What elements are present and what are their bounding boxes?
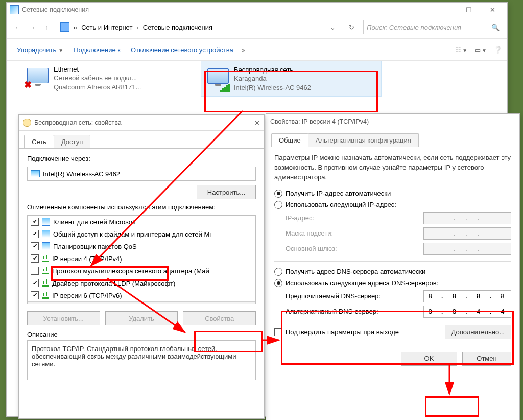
maximize-button[interactable]: ☐ xyxy=(457,3,481,17)
component-item[interactable]: Протокол мультиплексора сетевого адаптер… xyxy=(28,265,255,277)
tab-network[interactable]: Сеть xyxy=(24,135,54,148)
protocol-icon xyxy=(42,292,49,299)
component-label: Планировщик пакетов QoS xyxy=(53,243,137,250)
connection-ethernet[interactable]: ✖ Ethernet Сетевой кабель не подкл... Qu… xyxy=(21,61,201,96)
titlebar: Сетевые подключения — ☐ ✕ xyxy=(7,3,507,17)
connection-status: Сетевой кабель не подкл... xyxy=(54,74,141,83)
protocol-icon xyxy=(42,280,49,287)
properties-button[interactable]: Свойства xyxy=(183,311,256,325)
description-label: Описание xyxy=(27,331,256,338)
adapter-icon xyxy=(31,170,40,177)
search-placeholder: Поиск: Сетевые подключения xyxy=(367,24,461,31)
connection-name: Ethernet xyxy=(54,65,141,74)
adapter-name: Intel(R) Wireless-AC 9462 xyxy=(43,170,120,178)
disable-device-menu[interactable]: Отключение сетевого устройства xyxy=(126,42,239,58)
dns2-label: Альтернативный DNS-сервер: xyxy=(286,308,388,315)
components-list[interactable]: Клиент для сетей MicrosoftОбщий доступ к… xyxy=(27,215,256,304)
connection-adapter: Qualcomm Atheros AR8171... xyxy=(54,83,141,92)
checkbox-icon[interactable] xyxy=(31,267,39,275)
validate-checkbox[interactable]: Подтвердить параметры при выходе Дополни… xyxy=(274,325,511,339)
ipv4-properties-dialog: Свойства: IP версии 4 (TCP/IPv4) Общие А… xyxy=(266,113,520,420)
view-icons-button[interactable]: ☷▼ xyxy=(455,46,467,54)
checkbox-icon[interactable] xyxy=(31,291,39,299)
minimize-button[interactable]: — xyxy=(434,3,457,17)
search-input[interactable]: Поиск: Сетевые подключения 🔍 xyxy=(363,20,503,34)
checkbox-icon[interactable] xyxy=(31,230,39,238)
crumb-root[interactable]: « xyxy=(72,24,79,31)
install-button[interactable]: Установить... xyxy=(27,311,100,325)
gateway-label: Основной шлюз: xyxy=(286,245,388,252)
connection-status: Karaganda xyxy=(234,74,311,83)
service-icon xyxy=(42,242,50,250)
checkbox-icon xyxy=(274,328,282,336)
close-button[interactable]: ✕ xyxy=(481,3,504,17)
protocol-icon xyxy=(42,255,49,262)
component-item[interactable]: Общий доступ к файлам и принтерам для се… xyxy=(28,228,255,240)
crumb-connections[interactable]: Сетевые подключения xyxy=(141,24,215,31)
refresh-button[interactable]: ↻ xyxy=(344,20,359,34)
dialog-title: Свойства: IP версии 4 (TCP/IPv4) xyxy=(270,118,369,125)
disconnected-icon: ✖ xyxy=(24,79,32,90)
help-button[interactable]: ❔ xyxy=(494,46,502,54)
subnet-mask-input: . . . xyxy=(423,227,511,240)
component-item[interactable]: Драйвер протокола LLDP (Майкрософт) xyxy=(28,277,255,289)
checkbox-icon[interactable] xyxy=(31,254,39,263)
connect-to-menu[interactable]: Подключение к xyxy=(68,42,126,58)
protocol-icon xyxy=(42,268,49,274)
subnet-mask-label: Маска подсети: xyxy=(286,229,388,237)
window-title: Сетевые подключения xyxy=(22,6,89,13)
service-icon xyxy=(42,230,50,238)
horizontal-scrollbar[interactable]: ‹› xyxy=(28,301,255,304)
preview-pane-button[interactable]: ▭▼ xyxy=(474,46,487,54)
separator xyxy=(274,261,511,262)
dialog-title: Беспроводная сеть: свойства xyxy=(34,119,122,126)
component-item[interactable]: IP версии 6 (TCP/IPv6) xyxy=(28,289,255,301)
cancel-button[interactable]: Отмен xyxy=(462,352,511,366)
radio-auto-dns[interactable]: Получить адрес DNS-сервера автоматически xyxy=(274,268,511,276)
address-row: ← → ↑ « Сеть и Интернет › Сетевые подклю… xyxy=(7,17,507,39)
close-button[interactable]: ✕ xyxy=(254,119,260,127)
component-label: Протокол мультиплексора сетевого адаптер… xyxy=(52,267,209,275)
back-button[interactable]: ← xyxy=(11,20,25,34)
radio-icon xyxy=(274,190,282,198)
adapter-properties-dialog: Беспроводная сеть: свойства ✕ Сеть Досту… xyxy=(18,114,265,419)
connection-adapter: Intel(R) Wireless-AC 9462 xyxy=(234,83,311,92)
checkbox-icon[interactable] xyxy=(31,218,39,226)
ok-button[interactable]: OK xyxy=(401,352,457,366)
chevron-down-icon[interactable]: ⌄ xyxy=(328,24,338,31)
description-text: Протокол TCP/IP. Стандартный протокол гл… xyxy=(27,340,256,380)
info-text: Параметры IP можно назначать автоматичес… xyxy=(274,153,511,182)
component-item[interactable]: Клиент для сетей Microsoft xyxy=(28,216,255,228)
tab-alternate[interactable]: Альтернативная конфигурация xyxy=(308,133,419,147)
crumb-network[interactable]: Сеть и Интернет xyxy=(79,24,134,31)
advanced-button[interactable]: Дополнительно... xyxy=(445,325,511,339)
remove-button[interactable]: Удалить xyxy=(105,311,178,325)
radio-manual-ip[interactable]: Использовать следующий IP-адрес: xyxy=(274,201,511,209)
radio-icon xyxy=(274,201,282,209)
wireless-icon xyxy=(204,66,229,91)
signal-bars-icon xyxy=(220,84,230,92)
forward-button[interactable]: → xyxy=(25,20,39,34)
checkbox-icon[interactable] xyxy=(31,279,39,287)
organize-menu[interactable]: Упорядочить▼ xyxy=(12,42,68,58)
radio-icon xyxy=(274,268,282,276)
up-button[interactable]: ↑ xyxy=(39,20,54,34)
dns1-label: Предпочитаемый DNS-сервер: xyxy=(286,292,388,300)
dialog-titlebar: Беспроводная сеть: свойства ✕ xyxy=(19,115,264,131)
component-item[interactable]: IP версии 4 (TCP/IPv4) xyxy=(28,252,255,265)
address-bar[interactable]: « Сеть и Интернет › Сетевые подключения … xyxy=(57,20,341,34)
connection-wireless[interactable]: Беспроводная сеть Karaganda Intel(R) Wir… xyxy=(201,61,382,97)
radio-manual-dns[interactable]: Использовать следующие адреса DNS-сервер… xyxy=(274,279,511,287)
network-icon xyxy=(10,5,19,14)
tab-general[interactable]: Общие xyxy=(271,133,308,147)
dns2-input[interactable]: 8 . 8 . 4 . 4 xyxy=(423,306,511,318)
checkbox-icon[interactable] xyxy=(31,242,39,250)
component-item[interactable]: Планировщик пакетов QoS xyxy=(28,240,255,252)
configure-button[interactable]: Настроить... xyxy=(197,185,256,199)
more-commands-icon[interactable]: » xyxy=(239,46,248,54)
dns1-input[interactable]: 8 . 8 . 8 . 8 xyxy=(423,290,511,302)
connection-name: Беспроводная сеть xyxy=(234,65,311,75)
component-label: Драйвер протокола LLDP (Майкрософт) xyxy=(52,279,175,287)
radio-auto-ip[interactable]: Получить IP-адрес автоматически xyxy=(274,190,511,198)
tab-access[interactable]: Доступ xyxy=(54,135,90,148)
